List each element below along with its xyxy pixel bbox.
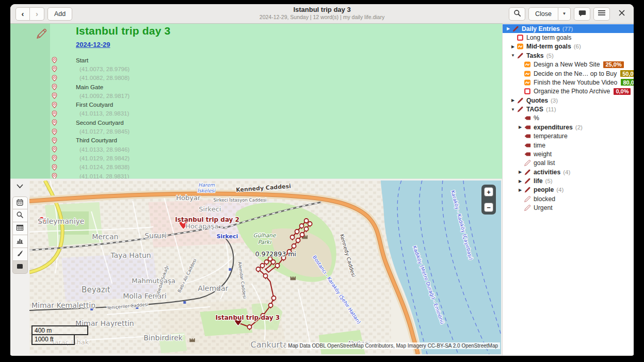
tree-item-time[interactable]: time (507, 141, 634, 150)
close-entry-button[interactable]: Close (528, 7, 558, 21)
map-pin-icon (52, 128, 57, 135)
expander-icon[interactable]: ▶ (517, 125, 524, 129)
map-tool-button[interactable] (12, 261, 28, 274)
entry-row[interactable]: (41.0073, 28.9796) (52, 64, 498, 73)
expander-icon[interactable]: ▶ (509, 44, 517, 49)
tree-item-weight[interactable]: weight (507, 150, 634, 158)
tree-item-[interactable]: % (507, 114, 634, 123)
tree-item-label: Decide on the Ne… op to Buy (534, 70, 617, 77)
diary-editor[interactable]: Istanbul trip day 3 2024-12-29 Start(41.… (10, 24, 502, 179)
expander-icon[interactable]: ▶ (509, 98, 517, 103)
tree-item-tags[interactable]: ▼TAGS(11) (507, 105, 634, 113)
tree-item-quotes[interactable]: ▶Quotes(3) (507, 96, 634, 105)
svg-text:Sirkeci: Sirkeci (216, 233, 238, 240)
entry-row[interactable]: (41.0129, 28.9842) (52, 154, 498, 162)
forward-button[interactable]: › (30, 7, 44, 21)
zoom-out-button[interactable]: − (484, 203, 493, 212)
map-pin-icon (52, 84, 57, 90)
tree-item-urgent[interactable]: Urgent (507, 204, 634, 212)
add-button[interactable]: Add (47, 7, 72, 21)
square-icon (517, 34, 524, 41)
tree-item-tasks[interactable]: ▼Tasks(5) (507, 51, 634, 60)
collapse-panel-button[interactable] (13, 181, 27, 191)
entry-text: (41.0113, 28.9831) (79, 110, 129, 117)
tree-item-label: blocked (534, 195, 555, 203)
tree-item-label: people (534, 186, 554, 193)
entry-row[interactable]: (41.0133, 28.9846) (52, 145, 498, 154)
close-dropdown-button[interactable]: ▼ (558, 7, 571, 21)
tree-item-label: temperature (534, 133, 568, 140)
diary-tree-panel: ▶Daily Entries(77)Long term goals▶Mid-te… (502, 24, 634, 355)
editor-gutter (10, 24, 50, 178)
expander-icon[interactable]: ▶ (517, 170, 524, 174)
item-count: (77) (562, 26, 573, 32)
entry-text: Second Courtyard (76, 120, 124, 126)
paint-tool-button[interactable] (12, 248, 28, 261)
entry-row[interactable]: Main Gate (52, 83, 498, 91)
svg-text:Istanbul trip day 3: Istanbul trip day 3 (215, 314, 280, 321)
map-canvas[interactable]: Kennedy CaddesiHaremİskelesiHobyarSirkec… (29, 180, 501, 354)
tree-item-expenditures[interactable]: ▶expenditures(2) (507, 123, 634, 131)
menu-button[interactable] (593, 7, 610, 21)
expander-icon[interactable]: ▼ (509, 53, 517, 58)
pencil-o-icon (524, 204, 532, 211)
entry-text: Start (76, 57, 88, 63)
expander-icon[interactable]: ▼ (509, 107, 517, 112)
map-pin-icon (52, 65, 57, 72)
tree-item-long-term-goals[interactable]: Long term goals (507, 33, 634, 42)
map-pin-icon (52, 146, 57, 153)
entry-row[interactable]: Second Courtyard (52, 118, 498, 127)
search-button[interactable] (509, 7, 525, 21)
table-tool-button[interactable] (12, 222, 28, 235)
tree-item-mid-term-goals[interactable]: ▶Mid-term goals(6) (507, 42, 634, 51)
chart-tool-button[interactable] (12, 235, 28, 248)
tree-item-label: Design a New Web Site (534, 61, 600, 68)
tree-item-temperature[interactable]: temperature (507, 132, 634, 141)
svg-text:İskelesi: İskelesi (197, 188, 216, 193)
window-close-button[interactable] (615, 7, 629, 21)
expander-icon[interactable]: ▶ (505, 26, 512, 31)
entry-row[interactable]: Start (52, 56, 498, 64)
tree-item-activities[interactable]: ▶activities(4) (507, 168, 634, 176)
entry-row[interactable]: (41.0113, 28.9831) (52, 109, 498, 118)
progress-badge: 25,0% (603, 61, 623, 68)
tree-item-design-a-new-web-site[interactable]: Design a New Web Site25,0% (507, 60, 634, 69)
svg-text:Mercan: Mercan (92, 233, 118, 241)
tree-item-finish-the-new-youtube-video[interactable]: Finish the New Youtube Video80,0% (507, 78, 634, 87)
entry-row[interactable]: (41.0082, 28.9808) (52, 74, 498, 83)
item-count: (4) (556, 187, 564, 193)
svg-text:Alemdar: Alemdar (198, 284, 228, 292)
expander-icon[interactable]: ▶ (517, 179, 524, 184)
svg-text:Harem: Harem (198, 182, 215, 188)
entry-row[interactable]: First Coutyard (52, 100, 498, 109)
expander-icon[interactable]: ▶ (517, 188, 524, 192)
tree-item-organize-the-photo-archive[interactable]: Organize the Photo Archive0,0% (507, 87, 634, 96)
tree-item-daily-entries[interactable]: ▶Daily Entries(77) (503, 24, 634, 33)
back-button[interactable]: ‹ (15, 7, 30, 21)
entry-date-link[interactable]: 2024-12-29 (76, 41, 110, 48)
entry-row[interactable]: (41.0127, 28.9845) (52, 127, 498, 136)
entry-row[interactable]: (41.0092, 28.9817) (52, 91, 498, 100)
tree-item-people[interactable]: ▶people(4) (507, 186, 634, 194)
entry-text: Third Courtyard (76, 137, 117, 143)
calendar-tool-button[interactable] (12, 196, 28, 209)
tree-item-blocked[interactable]: blocked (507, 194, 634, 203)
item-count: (6) (574, 43, 581, 50)
tag-icon (524, 142, 532, 149)
pencil-icon (517, 52, 524, 59)
tree-item-label: Finish the New Youtube Video (534, 79, 617, 86)
progress-badge: 80,0% (621, 79, 634, 86)
map-panel: Kennedy CaddesiHaremİskelesiHobyarSirkec… (29, 180, 501, 354)
tree-item-goal-list[interactable]: goal list (507, 159, 634, 168)
entry-row[interactable]: (41.0124, 28.9838) (52, 163, 498, 172)
entry-row[interactable]: (41.0114, 28.9831) (52, 172, 498, 179)
zoom-in-button[interactable]: + (484, 187, 493, 196)
tree-item-life[interactable]: ▶life(5) (507, 176, 634, 185)
search-tool-button[interactable] (12, 209, 28, 222)
map-pin-icon (52, 57, 57, 63)
paint-icon (16, 250, 24, 259)
wave-icon (524, 61, 532, 68)
tag-bubble-button[interactable] (574, 7, 590, 21)
tree-item-decide-on-the-ne-op-to-buy[interactable]: Decide on the Ne… op to Buy50,0% (507, 69, 634, 78)
entry-row[interactable]: Third Courtyard (52, 136, 498, 145)
